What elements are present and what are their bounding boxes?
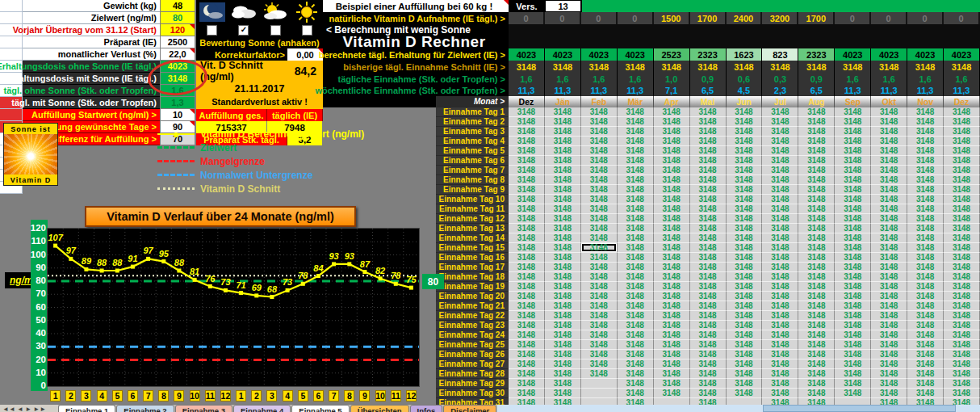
intake-cell[interactable]: 3148 bbox=[545, 321, 581, 330]
intake-cell[interactable]: 3148 bbox=[509, 282, 545, 292]
intake-cell[interactable]: 3148 bbox=[545, 107, 581, 117]
intake-cell[interactable]: 3148 bbox=[762, 166, 798, 175]
intake-cell[interactable]: 3148 bbox=[654, 272, 690, 282]
parameter-value[interactable]: 22,0 bbox=[160, 48, 195, 61]
intake-cell[interactable]: 3148 bbox=[654, 359, 690, 369]
intake-cell[interactable]: 3148 bbox=[690, 330, 727, 340]
intake-cell[interactable]: 3148 bbox=[907, 253, 944, 263]
intake-cell[interactable]: 3148 bbox=[798, 107, 835, 117]
intake-cell[interactable]: 3148 bbox=[835, 282, 871, 292]
intake-cell[interactable]: 3148 bbox=[762, 117, 798, 127]
intake-cell[interactable]: 3148 bbox=[690, 166, 727, 175]
intake-cell[interactable]: 3148 bbox=[798, 156, 835, 166]
intake-cell[interactable]: 3148 bbox=[654, 311, 690, 321]
intake-cell[interactable]: 3148 bbox=[944, 243, 980, 253]
intake-cell[interactable]: 3148 bbox=[509, 340, 545, 350]
natural-intake-cell[interactable]: 1500 bbox=[654, 12, 690, 24]
intake-cell[interactable]: 3148 bbox=[545, 369, 581, 379]
intake-cell[interactable]: 3148 bbox=[509, 175, 545, 185]
intake-cell[interactable]: 3148 bbox=[871, 185, 907, 195]
intake-cell[interactable]: 3148 bbox=[871, 127, 907, 137]
intake-cell[interactable]: 3148 bbox=[690, 146, 727, 156]
intake-cell[interactable]: 3148 bbox=[509, 321, 545, 330]
intake-cell[interactable]: 3148 bbox=[762, 127, 798, 137]
intake-cell[interactable]: 3148 bbox=[762, 253, 798, 263]
intake-cell[interactable]: 3148 bbox=[835, 156, 871, 166]
intake-cell[interactable]: 3148 bbox=[798, 389, 835, 398]
natural-intake-cell[interactable]: 2400 bbox=[727, 12, 763, 24]
intake-cell[interactable]: 3148 bbox=[545, 311, 581, 321]
intake-cell[interactable]: 3148 bbox=[907, 156, 944, 166]
horizontal-scrollbar[interactable] bbox=[497, 405, 980, 412]
intake-cell[interactable]: 3148 bbox=[944, 195, 980, 204]
intake-cell[interactable]: 3148 bbox=[871, 301, 907, 311]
intake-cell[interactable]: 3148 bbox=[581, 156, 618, 166]
intake-cell[interactable]: 3148 bbox=[727, 389, 763, 398]
intake-cell[interactable]: 3148 bbox=[944, 175, 980, 185]
intake-cell[interactable]: 3148 bbox=[545, 340, 581, 350]
intake-cell[interactable]: 3148 bbox=[545, 350, 581, 359]
tab-nav-buttons[interactable]: ◄◄ ◄ ► ►► bbox=[0, 405, 58, 412]
intake-cell[interactable]: 3148 bbox=[907, 107, 944, 117]
intake-cell[interactable]: 3148 bbox=[907, 369, 944, 379]
intake-cell[interactable]: 3148 bbox=[835, 117, 871, 127]
intake-cell[interactable]: 3148 bbox=[944, 127, 980, 137]
intake-cell[interactable]: 3148 bbox=[835, 292, 871, 301]
intake-cell[interactable]: 3148 bbox=[654, 340, 690, 350]
sun-checkbox[interactable]: ✓ bbox=[238, 25, 249, 36]
intake-cell[interactable]: 3148 bbox=[545, 137, 581, 146]
intake-cell[interactable]: 3148 bbox=[835, 204, 871, 214]
intake-cell[interactable]: 3148 bbox=[798, 146, 835, 156]
intake-cell[interactable]: 3148 bbox=[690, 117, 727, 127]
intake-cell[interactable]: 3148 bbox=[618, 340, 654, 350]
intake-cell[interactable]: 3148 bbox=[798, 175, 835, 185]
intake-cell[interactable]: 3148 bbox=[835, 253, 871, 263]
intake-cell[interactable]: 3148 bbox=[762, 340, 798, 350]
intake-cell[interactable]: 3148 bbox=[654, 301, 690, 311]
intake-cell[interactable]: 3148 bbox=[618, 107, 654, 117]
intake-cell[interactable]: 3148 bbox=[509, 272, 545, 282]
intake-cell[interactable]: 3148 bbox=[798, 379, 835, 389]
intake-cell[interactable]: 3148 bbox=[581, 311, 618, 321]
intake-cell[interactable]: 3148 bbox=[798, 224, 835, 233]
intake-cell[interactable]: 3148 bbox=[581, 146, 618, 156]
intake-cell[interactable]: 3148 bbox=[944, 107, 980, 117]
intake-cell[interactable]: 3148 bbox=[944, 233, 980, 243]
intake-cell[interactable]: 3148 bbox=[762, 330, 798, 340]
intake-cell[interactable]: 3148 bbox=[690, 292, 727, 301]
natural-intake-cell[interactable]: 0 bbox=[835, 12, 871, 24]
parameter-value[interactable]: 3148 bbox=[160, 73, 195, 85]
intake-cell[interactable]: 3148 bbox=[690, 350, 727, 359]
intake-cell[interactable]: 3148 bbox=[581, 214, 618, 224]
intake-cell[interactable]: 3148 bbox=[727, 127, 763, 137]
intake-cell[interactable]: 3148 bbox=[944, 369, 980, 379]
intake-cell[interactable]: 3148 bbox=[835, 214, 871, 224]
intake-cell[interactable]: 3148 bbox=[690, 253, 727, 263]
intake-cell[interactable]: 3148 bbox=[690, 282, 727, 292]
intake-cell[interactable]: 3148 bbox=[727, 272, 763, 282]
intake-cell[interactable]: 3148 bbox=[944, 282, 980, 292]
intake-cell[interactable]: 3148 bbox=[581, 185, 618, 195]
intake-cell[interactable]: 3148 bbox=[618, 224, 654, 233]
intake-cell[interactable]: 3148 bbox=[835, 195, 871, 204]
intake-cell[interactable]: 3148 bbox=[690, 233, 727, 243]
intake-cell[interactable]: 3148 bbox=[545, 117, 581, 127]
intake-cell[interactable]: 3148 bbox=[907, 204, 944, 214]
intake-cell[interactable]: 3148 bbox=[762, 282, 798, 292]
parameter-value[interactable]: 120 bbox=[160, 24, 195, 36]
intake-cell[interactable]: 3148 bbox=[907, 175, 944, 185]
intake-cell[interactable]: 3148 bbox=[798, 137, 835, 146]
intake-cell[interactable]: 3148 bbox=[727, 166, 763, 175]
intake-cell[interactable]: 3148 bbox=[727, 195, 763, 204]
intake-cell[interactable]: 3148 bbox=[727, 243, 763, 253]
intake-cell[interactable]: 3148 bbox=[727, 321, 763, 330]
intake-cell[interactable]: 3148 bbox=[798, 311, 835, 321]
intake-cell[interactable]: 3148 bbox=[871, 369, 907, 379]
intake-cell[interactable]: 3148 bbox=[581, 243, 618, 253]
intake-cell[interactable]: 3148 bbox=[762, 369, 798, 379]
intake-cell[interactable]: 3148 bbox=[798, 369, 835, 379]
intake-cell[interactable]: 3148 bbox=[727, 146, 763, 156]
month-header-cell[interactable]: Nov bbox=[907, 96, 944, 107]
intake-cell[interactable]: 3148 bbox=[762, 321, 798, 330]
intake-cell[interactable]: 3148 bbox=[690, 224, 727, 233]
